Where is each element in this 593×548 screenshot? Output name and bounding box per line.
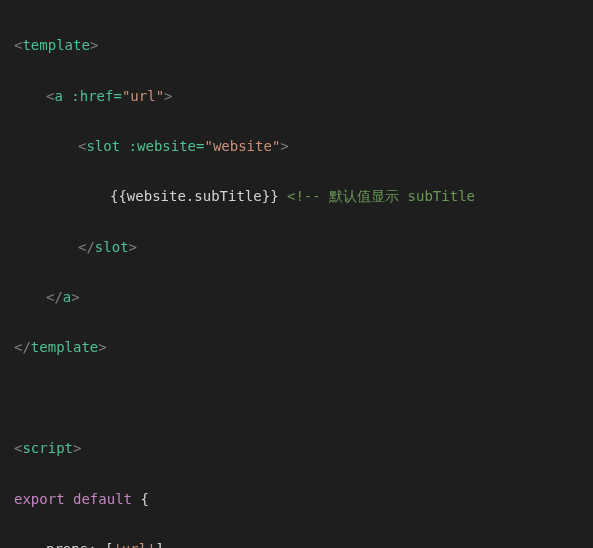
code-line: export default { xyxy=(14,487,579,512)
code-line: <slot :website="website"> xyxy=(14,134,579,159)
code-line: <a :href="url"> xyxy=(14,84,579,109)
code-editor: <template> <a :href="url"> <slot :websit… xyxy=(0,0,593,548)
code-line: </template> xyxy=(14,335,579,360)
code-line: <script> xyxy=(14,436,579,461)
code-line: </a> xyxy=(14,285,579,310)
code-line: props: ['url'], xyxy=(14,537,579,548)
code-line xyxy=(14,386,579,411)
code-line: </slot> xyxy=(14,235,579,260)
code-line: {{website.subTitle}} <!-- 默认值显示 subTitle xyxy=(14,184,579,209)
code-line: <template> xyxy=(14,33,579,58)
